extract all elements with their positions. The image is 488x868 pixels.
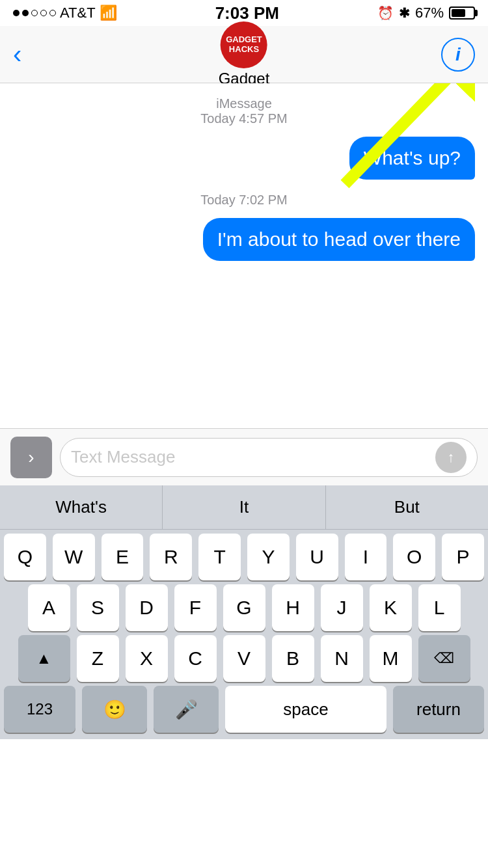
- shift-key[interactable]: ▲: [18, 635, 70, 682]
- emoji-key[interactable]: 🙂: [82, 686, 147, 733]
- return-key[interactable]: return: [393, 686, 484, 733]
- keyboard-bottom-row: 123 🙂 🎤 space return: [0, 682, 488, 739]
- key-N[interactable]: N: [321, 635, 363, 682]
- keyboard-row-2: A S D F G H J K L: [0, 580, 488, 631]
- expand-button[interactable]: ›: [10, 437, 52, 478]
- status-left: AT&T 📶: [13, 5, 117, 21]
- key-X[interactable]: X: [126, 635, 168, 682]
- info-button[interactable]: i: [441, 38, 475, 72]
- text-message-placeholder: Text Message: [71, 447, 175, 467]
- key-T[interactable]: T: [198, 534, 241, 580]
- message-bubble-2: I'm about to head over there: [13, 218, 475, 261]
- key-M[interactable]: M: [370, 635, 412, 682]
- autocomplete-item-1[interactable]: It: [163, 485, 325, 529]
- text-input-wrap[interactable]: Text Message ↑: [60, 438, 478, 477]
- key-H[interactable]: H: [272, 584, 314, 631]
- msg-time-1: Today 4:57 PM: [13, 111, 475, 126]
- send-button[interactable]: ↑: [435, 442, 467, 473]
- nav-center: GADGET HACKS Gadget: [219, 21, 270, 88]
- key-C[interactable]: C: [174, 635, 217, 682]
- key-K[interactable]: K: [370, 584, 412, 631]
- key-F[interactable]: F: [174, 584, 217, 631]
- bubble-text-1: What's up?: [349, 137, 475, 180]
- bluetooth-icon: ✱: [399, 5, 410, 21]
- status-time: 7:03 PM: [215, 3, 279, 23]
- key-L[interactable]: L: [418, 584, 461, 631]
- key-W[interactable]: W: [53, 534, 95, 580]
- key-O[interactable]: O: [393, 534, 435, 580]
- key-E[interactable]: E: [102, 534, 144, 580]
- message-bubble-1: What's up?: [13, 137, 475, 180]
- keyboard: Q W E R T Y U I O P A S D F G H J K L ▲ …: [0, 530, 488, 739]
- avatar-text: GADGET HACKS: [226, 35, 262, 54]
- bubble-text-2: I'm about to head over there: [203, 218, 475, 261]
- numbers-key[interactable]: 123: [4, 686, 75, 733]
- key-D[interactable]: D: [126, 584, 168, 631]
- key-J[interactable]: J: [321, 584, 363, 631]
- autocomplete-item-0[interactable]: What's: [0, 485, 163, 529]
- key-Y[interactable]: Y: [247, 534, 290, 580]
- key-G[interactable]: G: [223, 584, 265, 631]
- key-P[interactable]: P: [442, 534, 484, 580]
- keyboard-row-3: ▲ Z X C V B N M ⌫: [0, 631, 488, 682]
- battery-percent: 67%: [415, 5, 444, 21]
- keyboard-row-1: Q W E R T Y U I O P: [0, 530, 488, 580]
- key-R[interactable]: R: [150, 534, 192, 580]
- key-B[interactable]: B: [272, 635, 314, 682]
- battery-icon: [449, 7, 475, 20]
- key-A[interactable]: A: [28, 584, 70, 631]
- carrier-label: AT&T: [60, 5, 96, 21]
- timestamp-group-2: Today 7:02 PM: [13, 193, 475, 208]
- key-U[interactable]: U: [296, 534, 338, 580]
- signal-icon: [13, 10, 56, 16]
- space-key[interactable]: space: [225, 686, 386, 733]
- avatar: GADGET HACKS: [221, 21, 267, 68]
- status-right: ⏰ ✱ 67%: [377, 5, 475, 21]
- key-I[interactable]: I: [345, 534, 387, 580]
- key-S[interactable]: S: [77, 584, 119, 631]
- timestamp-group-1: iMessage Today 4:57 PM: [13, 96, 475, 126]
- msg-time-2: Today 7:02 PM: [13, 193, 475, 208]
- back-button[interactable]: ‹: [13, 40, 21, 69]
- mic-key[interactable]: 🎤: [154, 686, 219, 733]
- nav-bar: ‹ GADGET HACKS Gadget i: [0, 26, 488, 83]
- imessage-label: iMessage: [13, 96, 475, 111]
- messages-area: iMessage Today 4:57 PM What's up? Today …: [0, 83, 488, 428]
- wifi-icon: 📶: [100, 5, 117, 21]
- key-Q[interactable]: Q: [4, 534, 46, 580]
- autocomplete-item-2[interactable]: But: [326, 485, 488, 529]
- key-Z[interactable]: Z: [77, 635, 119, 682]
- alarm-icon: ⏰: [377, 5, 394, 21]
- autocomplete-bar: What's It But: [0, 485, 488, 530]
- key-V[interactable]: V: [223, 635, 265, 682]
- input-bar: › Text Message ↑: [0, 428, 488, 485]
- delete-key[interactable]: ⌫: [418, 635, 470, 682]
